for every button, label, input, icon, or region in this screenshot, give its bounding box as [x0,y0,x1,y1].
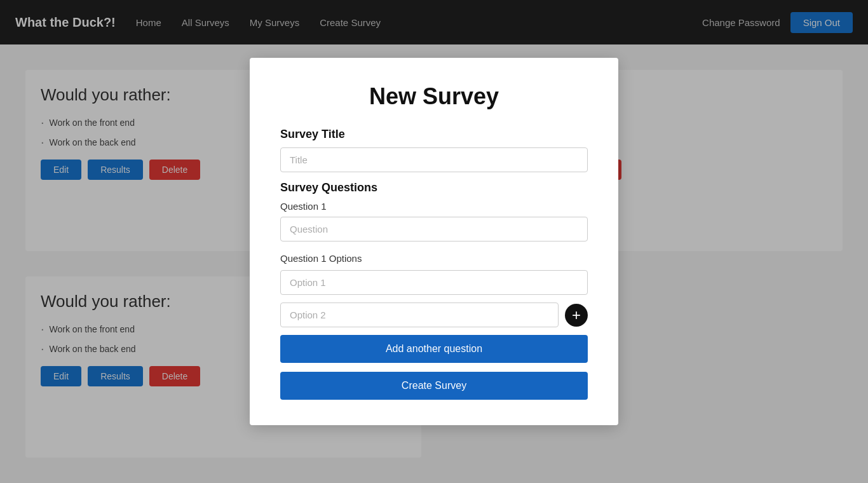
survey-questions-label: Survey Questions [280,181,588,194]
option-1-row [280,270,588,295]
plus-icon: + [572,308,581,323]
question-1-options-label: Question 1 Options [280,253,588,264]
option-1-input[interactable] [280,270,588,295]
modal-overlay: New Survey Survey Title Survey Questions… [0,0,868,483]
new-survey-modal: New Survey Survey Title Survey Questions… [250,58,618,425]
option-2-row: + [280,303,588,327]
question-1-label: Question 1 [280,201,588,212]
modal-title: New Survey [280,83,588,110]
create-survey-button[interactable]: Create Survey [280,372,588,400]
question-1-input[interactable] [280,217,588,242]
add-option-button[interactable]: + [565,304,588,327]
add-another-question-button[interactable]: Add another question [280,335,588,363]
survey-title-label: Survey Title [280,128,588,141]
option-2-input[interactable] [280,303,559,327]
survey-title-input[interactable] [280,147,588,172]
